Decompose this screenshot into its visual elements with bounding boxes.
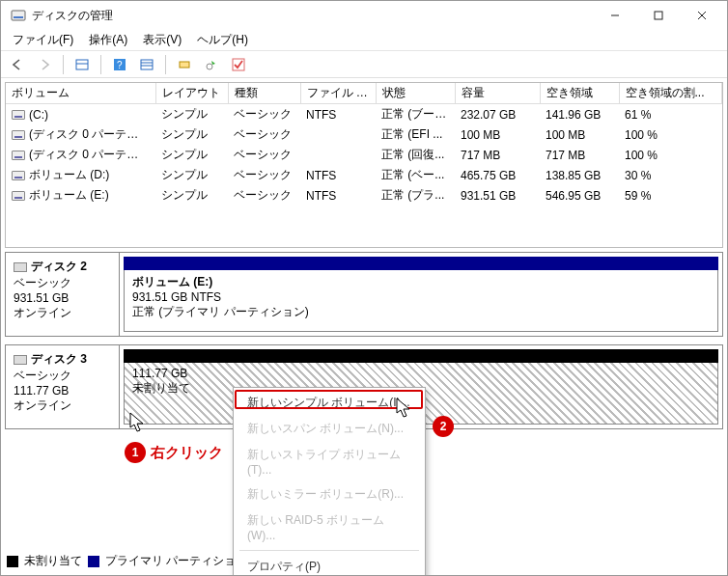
cell-status: 正常 (ベー... xyxy=(376,165,455,185)
annotation-rightclick-label: 右クリック xyxy=(151,444,223,462)
toolbar: ? xyxy=(1,51,727,78)
disk-info: ディスク 3 ベーシック 111.77 GB オンライン xyxy=(6,345,120,428)
close-button[interactable] xyxy=(680,2,723,29)
forward-button[interactable] xyxy=(34,54,55,75)
cell-volume: ボリューム (E:) xyxy=(29,188,109,202)
col-free[interactable]: 空き領域 xyxy=(540,83,619,104)
disk-size: 931.51 GB xyxy=(14,291,111,305)
volume-table: ボリューム レイアウト 種類 ファイル システム 状態 容量 空き領域 空き領域… xyxy=(6,83,722,206)
cell-status: 正常 (プラ... xyxy=(376,185,455,206)
cell-layout: シンプル xyxy=(155,104,228,125)
table-row[interactable]: ボリューム (E:) シンプル ベーシック NTFS 正常 (プラ... 931… xyxy=(6,185,722,206)
cell-type: ベーシック xyxy=(228,124,300,145)
svg-rect-10 xyxy=(141,60,153,69)
svg-rect-0 xyxy=(12,11,25,20)
svg-point-14 xyxy=(207,64,212,69)
table-header: ボリューム レイアウト 種類 ファイル システム 状態 容量 空き領域 空き領域… xyxy=(6,83,722,104)
cell-capacity: 100 MB xyxy=(455,124,540,145)
annotation-highlight xyxy=(235,390,423,409)
table-row[interactable]: (ディスク 0 パーティシ... シンプル ベーシック 正常 (回復... 71… xyxy=(6,145,722,165)
cell-status: 正常 (ブート... xyxy=(376,104,455,125)
cell-capacity: 232.07 GB xyxy=(455,104,540,125)
titlebar: ディスクの管理 xyxy=(1,1,727,30)
cell-type: ベーシック xyxy=(228,145,300,165)
cell-capacity: 717 MB xyxy=(455,145,540,165)
maximize-button[interactable] xyxy=(636,2,680,29)
cell-volume: ボリューム (D:) xyxy=(29,168,109,181)
cell-type: ベーシック xyxy=(228,185,300,206)
context-menu-properties[interactable]: プロパティ(P) xyxy=(234,554,425,576)
settings-icon[interactable] xyxy=(174,54,195,75)
cell-type: ベーシック xyxy=(228,165,300,185)
partition-title: ボリューム (E:) xyxy=(132,274,710,290)
partition-state: 正常 (プライマリ パーティション) xyxy=(132,304,710,320)
cell-free: 546.95 GB xyxy=(540,185,619,206)
legend-unalloc-swatch xyxy=(7,556,18,567)
app-icon xyxy=(11,8,26,23)
disk-status: オンライン xyxy=(14,398,111,414)
col-volume[interactable]: ボリューム xyxy=(6,83,155,104)
legend: 未割り当て プライマリ パーティション xyxy=(7,553,247,569)
menubar: ファイル(F) 操作(A) 表示(V) ヘルプ(H) xyxy=(1,30,727,51)
cell-layout: シンプル xyxy=(155,124,228,145)
volume-icon xyxy=(12,110,25,120)
table-row[interactable]: (C:) シンプル ベーシック NTFS 正常 (ブート... 232.07 G… xyxy=(6,104,722,125)
cell-fs: NTFS xyxy=(300,185,376,206)
col-layout[interactable]: レイアウト xyxy=(155,83,228,104)
cell-freepct: 30 % xyxy=(619,165,722,185)
disk-type: ベーシック xyxy=(14,275,111,291)
help-icon[interactable]: ? xyxy=(109,54,130,75)
cell-type: ベーシック xyxy=(228,104,300,125)
cell-layout: シンプル xyxy=(155,165,228,185)
disk-name: ディスク 2 xyxy=(31,260,87,273)
svg-rect-13 xyxy=(180,62,189,68)
table-row[interactable]: (ディスク 0 パーティシ... シンプル ベーシック 正常 (EFI ... … xyxy=(6,124,722,145)
col-freepct[interactable]: 空き領域の割... xyxy=(619,83,722,104)
svg-text:?: ? xyxy=(117,60,123,70)
back-button[interactable] xyxy=(7,54,28,75)
context-menu-item: 新しいスパン ボリューム(N)... xyxy=(234,416,425,442)
col-fs[interactable]: ファイル システム xyxy=(300,83,376,104)
menu-help[interactable]: ヘルプ(H) xyxy=(191,30,254,50)
view-icon-1[interactable] xyxy=(71,54,93,75)
minimize-button[interactable] xyxy=(593,2,636,29)
disk-status: オンライン xyxy=(14,305,111,321)
cell-free: 717 MB xyxy=(540,145,619,165)
cell-status: 正常 (EFI ... xyxy=(376,124,455,145)
view-icon-2[interactable] xyxy=(136,54,157,75)
disk-row: ディスク 2 ベーシック 931.51 GB オンライン ボリューム (E:) … xyxy=(5,252,723,337)
svg-rect-1 xyxy=(14,16,23,18)
cell-freepct: 59 % xyxy=(619,185,722,206)
cell-free: 141.96 GB xyxy=(540,104,619,125)
volume-icon xyxy=(12,130,25,140)
menu-view[interactable]: 表示(V) xyxy=(137,30,187,50)
table-row[interactable]: ボリューム (D:) シンプル ベーシック NTFS 正常 (ベー... 465… xyxy=(6,165,722,185)
menu-file[interactable]: ファイル(F) xyxy=(7,30,79,50)
cell-capacity: 931.51 GB xyxy=(455,185,540,206)
cell-freepct: 100 % xyxy=(619,124,722,145)
volume-icon xyxy=(12,191,25,201)
volume-icon xyxy=(12,171,25,180)
svg-rect-15 xyxy=(233,59,244,70)
svg-rect-3 xyxy=(655,12,662,19)
cell-freepct: 61 % xyxy=(619,104,722,125)
action-icon[interactable] xyxy=(201,54,222,75)
cell-layout: シンプル xyxy=(155,145,228,165)
context-menu-item: 新しい RAID-5 ボリューム(W)... xyxy=(234,507,425,547)
legend-primary-label: プライマリ パーティション xyxy=(105,553,247,569)
volume-table-wrap: ボリューム レイアウト 種類 ファイル システム 状態 容量 空き領域 空き領域… xyxy=(5,82,723,248)
cell-volume: (ディスク 0 パーティシ... xyxy=(29,127,155,141)
disk-info: ディスク 2 ベーシック 931.51 GB オンライン xyxy=(6,253,120,336)
legend-primary-swatch xyxy=(88,556,99,567)
cell-fs xyxy=(300,124,376,145)
col-status[interactable]: 状態 xyxy=(376,83,455,104)
cell-status: 正常 (回復... xyxy=(376,145,455,165)
check-icon[interactable] xyxy=(228,54,249,75)
disk-partition-bar[interactable]: ボリューム (E:) 931.51 GB NTFS 正常 (プライマリ パーティ… xyxy=(120,253,722,336)
partition-sub: 931.51 GB NTFS xyxy=(132,290,710,304)
cell-volume: (ディスク 0 パーティシ... xyxy=(29,148,155,161)
col-type[interactable]: 種類 xyxy=(228,83,300,104)
menu-action[interactable]: 操作(A) xyxy=(83,30,133,50)
context-menu-item: 新しいミラー ボリューム(R)... xyxy=(234,481,425,507)
col-capacity[interactable]: 容量 xyxy=(455,83,540,104)
